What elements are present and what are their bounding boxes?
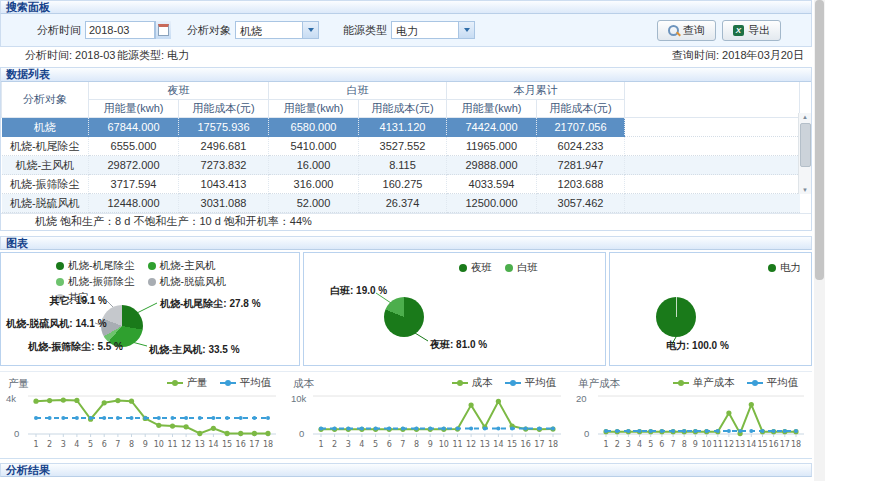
- charts-section: 图表 机烧-机尾除尘 机烧-主风机 机烧-振筛除尘 机烧-脱硫风机 其它: [0, 236, 812, 366]
- column-header-cost[interactable]: 用能成本(元): [359, 100, 447, 118]
- column-group-day[interactable]: 白班: [269, 82, 447, 100]
- table-row[interactable]: 机烧-振筛除尘3717.5941043.413316.000160.275403…: [2, 175, 800, 194]
- legend-dot-icon: [148, 262, 156, 270]
- page-scrollbar-thumb[interactable]: [815, 0, 824, 280]
- table-scrollbar[interactable]: ▲ ▼: [798, 113, 811, 194]
- svg-text:4: 4: [637, 440, 642, 449]
- filler-cell: [625, 118, 800, 137]
- value-cell: 26.374: [359, 194, 447, 213]
- value-cell: 8.115: [359, 156, 447, 175]
- export-button[interactable]: 导出: [722, 20, 781, 41]
- line-legend: 产量 平均值: [167, 376, 272, 390]
- legend-item[interactable]: 平均值: [220, 376, 272, 390]
- column-header-usage[interactable]: 用能量(kwh): [269, 100, 359, 118]
- svg-text:11: 11: [452, 440, 462, 449]
- svg-text:17: 17: [534, 440, 544, 449]
- chart-title: 成本: [293, 377, 314, 391]
- scroll-down-icon[interactable]: ▼: [802, 186, 808, 194]
- main-content: 搜索面板 分析时间 分析对象 机烧 能源类型 电力 查询 导出: [0, 0, 812, 481]
- query-button[interactable]: 查询: [657, 20, 716, 41]
- svg-text:2: 2: [332, 440, 337, 449]
- column-group-month[interactable]: 本月累计: [447, 82, 625, 100]
- summary-query-time: 查询时间: 2018年03月20日: [672, 47, 812, 64]
- pie-chart-energy[interactable]: [656, 297, 696, 337]
- export-button-label: 导出: [748, 23, 770, 38]
- value-cell: 3031.088: [179, 194, 269, 213]
- chevron-down-icon[interactable]: [458, 22, 474, 38]
- svg-text:15: 15: [507, 440, 517, 449]
- y-axis-max: 20: [576, 393, 587, 404]
- column-group-night[interactable]: 夜班: [89, 82, 269, 100]
- analysis-object-value: 机烧: [236, 22, 302, 38]
- value-cell: 316.000: [269, 175, 359, 194]
- pie-label: 机烧-振筛除尘: 5.5 %: [28, 340, 123, 354]
- value-cell: 2496.681: [179, 137, 269, 156]
- table-scrollbar-thumb[interactable]: [800, 123, 811, 167]
- column-filler: [625, 82, 800, 118]
- legend-item[interactable]: 机烧-脱硫风机: [148, 275, 227, 289]
- legend-item[interactable]: 白班: [505, 261, 538, 275]
- table-row[interactable]: 机烧-机尾除尘6555.0002496.6815410.0003527.5521…: [2, 137, 800, 156]
- unit-cost-chart: 单产成本 单产成本 平均值 20 0 123456789101112131415…: [570, 372, 812, 458]
- legend-item[interactable]: 平均值: [505, 376, 557, 390]
- svg-text:17: 17: [249, 440, 259, 449]
- column-header-usage[interactable]: 用能量(kwh): [447, 100, 537, 118]
- svg-text:9: 9: [428, 440, 433, 449]
- svg-text:13: 13: [735, 440, 745, 449]
- legend-item[interactable]: 产量: [167, 376, 208, 390]
- table-row[interactable]: 机烧-主风机29872.0007273.83216.0008.11529888.…: [2, 156, 800, 175]
- legend-item[interactable]: 平均值: [747, 376, 799, 390]
- value-cell: 1043.413: [179, 175, 269, 194]
- value-cell: 12448.000: [89, 194, 179, 213]
- legend-item[interactable]: 夜班: [459, 261, 492, 275]
- column-header-cost[interactable]: 用能成本(元): [537, 100, 625, 118]
- svg-text:6: 6: [387, 440, 392, 449]
- energy-type-combo[interactable]: 电力: [391, 21, 475, 39]
- chevron-down-icon[interactable]: [302, 22, 318, 38]
- legend-line-icon: [452, 382, 468, 384]
- svg-text:16: 16: [236, 440, 246, 449]
- value-cell: 29888.000: [447, 156, 537, 175]
- pie-legend-shift: 夜班 白班: [459, 261, 538, 275]
- legend-dot-icon: [56, 278, 64, 286]
- svg-text:4: 4: [74, 440, 79, 449]
- pie-panel-shift: 夜班 白班 白班: 19.0 % 夜班: 81.0 %: [303, 252, 606, 366]
- column-header-cost[interactable]: 用能成本(元): [179, 100, 269, 118]
- table-row[interactable]: 机烧67844.00017575.9366580.0004131.1207442…: [2, 118, 800, 137]
- y-axis-zero: 0: [299, 428, 304, 439]
- search-panel-header: 搜索面板: [0, 0, 812, 14]
- legend-item[interactable]: 单产成本: [673, 376, 735, 390]
- legend-item[interactable]: 机烧-机尾除尘: [56, 259, 135, 273]
- filler-cell: [625, 137, 800, 156]
- value-cell: 29872.000: [89, 156, 179, 175]
- column-header-object[interactable]: 分析对象: [2, 82, 89, 118]
- pie-chart-shift[interactable]: [384, 297, 424, 337]
- value-cell: 52.000: [269, 194, 359, 213]
- scroll-up-icon[interactable]: ▲: [802, 113, 808, 121]
- legend-item[interactable]: 机烧-主风机: [148, 259, 216, 273]
- calendar-icon[interactable]: [155, 21, 171, 39]
- svg-text:8: 8: [414, 440, 419, 449]
- column-header-usage[interactable]: 用能量(kwh): [89, 100, 179, 118]
- analysis-time-input[interactable]: [85, 21, 155, 39]
- svg-text:13: 13: [480, 440, 490, 449]
- legend-item[interactable]: 机烧-振筛除尘: [56, 275, 135, 289]
- svg-text:10: 10: [439, 440, 449, 449]
- value-cell: 4131.120: [359, 118, 447, 137]
- svg-text:8: 8: [129, 440, 134, 449]
- analysis-object-combo[interactable]: 机烧: [235, 21, 319, 39]
- line-chart-row: 产量 产量 平均值 4k 0 1234567891011121314151617…: [0, 371, 812, 459]
- legend-item[interactable]: 电力: [768, 261, 801, 275]
- query-summary: 分析时间: 2018-03 能源类型: 电力 查询时间: 2018年03月20日: [0, 47, 812, 64]
- charts-title: 图表: [6, 237, 28, 249]
- svg-text:7: 7: [671, 440, 676, 449]
- page-scrollbar[interactable]: [814, 0, 825, 481]
- table-row[interactable]: 机烧-脱硫风机12448.0003031.08852.00026.3741250…: [2, 194, 800, 213]
- data-table: 分析对象 夜班 白班 本月累计 用能量(kwh) 用能成本(元) 用能量(kwh…: [1, 82, 811, 213]
- filler-cell: [625, 194, 800, 213]
- result-text: 本月单产成本最佳值 0.000 出现时间为 2018-03-06 已饱和 当日产…: [0, 477, 812, 481]
- svg-text:16: 16: [521, 440, 531, 449]
- svg-text:18: 18: [791, 440, 801, 449]
- legend-item[interactable]: 成本: [452, 376, 493, 390]
- pie-label: 机烧-机尾除尘: 27.8 %: [160, 297, 261, 311]
